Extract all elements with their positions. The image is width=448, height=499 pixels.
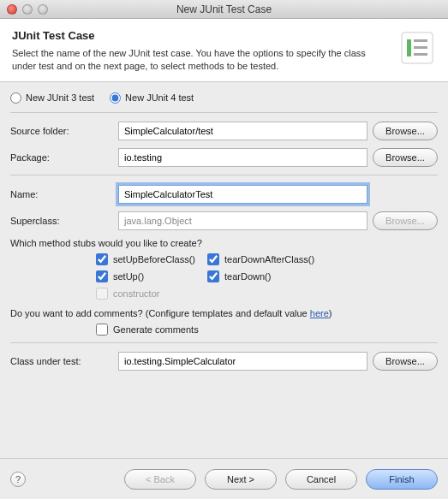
chk-teardownafterclass-label: tearDownAfterClass() <box>224 254 314 264</box>
chk-teardown[interactable]: tearDown() <box>207 270 353 282</box>
radio-junit3-label: New JUnit 3 test <box>26 92 94 103</box>
stubs-grid: setUpBeforeClass() tearDownAfterClass() … <box>96 253 438 300</box>
svg-rect-2 <box>414 39 427 42</box>
page-title: JUnit Test Case <box>12 29 391 42</box>
radio-junit4-input[interactable] <box>110 92 121 104</box>
chk-setup-label: setUp() <box>113 271 144 282</box>
svg-rect-3 <box>414 46 427 49</box>
wizard-footer: ? < Back Next > Cancel Finish <box>0 458 448 499</box>
back-button: < Back <box>124 469 196 490</box>
help-button[interactable]: ? <box>10 472 26 487</box>
chk-setup[interactable]: setUp() <box>96 270 207 282</box>
class-under-test-input[interactable] <box>118 352 367 371</box>
chk-teardown-label: tearDown() <box>224 271 271 282</box>
browse-superclass-button: Browse... <box>373 211 438 230</box>
cancel-button[interactable]: Cancel <box>285 469 357 490</box>
source-folder-label: Source folder: <box>10 126 113 136</box>
chk-teardown-input[interactable] <box>207 270 219 282</box>
browse-class-under-test-button[interactable]: Browse... <box>373 352 438 371</box>
superclass-label: Superclass: <box>10 216 113 226</box>
radio-junit4-label: New JUnit 4 test <box>125 92 194 103</box>
chk-generate-comments-input[interactable] <box>96 324 108 336</box>
stubs-question: Which method stubs would you like to cre… <box>10 238 438 248</box>
radio-junit3[interactable]: New JUnit 3 test <box>10 92 94 104</box>
junit-icon <box>398 29 436 67</box>
superclass-input[interactable] <box>118 211 367 230</box>
finish-button[interactable]: Finish <box>366 469 438 490</box>
next-button[interactable]: Next > <box>205 469 277 490</box>
radio-junit4[interactable]: New JUnit 4 test <box>110 92 194 104</box>
name-label: Name: <box>10 189 113 199</box>
package-input[interactable] <box>118 148 367 167</box>
browse-source-folder-button[interactable]: Browse... <box>373 122 438 140</box>
chk-teardownafterclass-input[interactable] <box>207 253 219 265</box>
page-description: Select the name of the new JUnit test ca… <box>12 47 391 73</box>
titlebar: New JUnit Test Case <box>0 0 448 19</box>
configure-templates-link[interactable]: here <box>310 308 329 318</box>
svg-rect-1 <box>407 39 411 56</box>
chk-setupbeforeclass-input[interactable] <box>96 253 108 265</box>
source-folder-input[interactable] <box>118 122 367 140</box>
svg-rect-4 <box>414 53 427 56</box>
wizard-header: JUnit Test Case Select the name of the n… <box>0 19 448 82</box>
chk-constructor-input <box>96 288 108 300</box>
chk-constructor-label: constructor <box>113 288 159 299</box>
radio-junit3-input[interactable] <box>10 92 21 104</box>
chk-setupbeforeclass-label: setUpBeforeClass() <box>113 254 195 264</box>
chk-setupbeforeclass[interactable]: setUpBeforeClass() <box>96 253 207 265</box>
chk-teardownafterclass[interactable]: tearDownAfterClass() <box>207 253 353 265</box>
browse-package-button[interactable]: Browse... <box>373 148 438 167</box>
name-input[interactable] <box>118 185 367 204</box>
comments-suffix: ) <box>329 308 332 318</box>
wizard-content: New JUnit 3 test New JUnit 4 test Source… <box>0 82 448 437</box>
class-under-test-label: Class under test: <box>10 356 113 366</box>
window-title: New JUnit Test Case <box>0 3 448 15</box>
package-label: Package: <box>10 152 113 163</box>
chk-constructor[interactable]: constructor <box>96 288 207 300</box>
comments-question: Do you want to add comments? (Configure … <box>10 308 438 318</box>
comments-prefix: Do you want to add comments? (Configure … <box>10 308 310 318</box>
junit-version-group: New JUnit 3 test New JUnit 4 test <box>10 91 438 113</box>
chk-generate-comments[interactable]: Generate comments <box>96 324 438 336</box>
chk-generate-comments-label: Generate comments <box>113 324 199 335</box>
chk-setup-input[interactable] <box>96 270 108 282</box>
